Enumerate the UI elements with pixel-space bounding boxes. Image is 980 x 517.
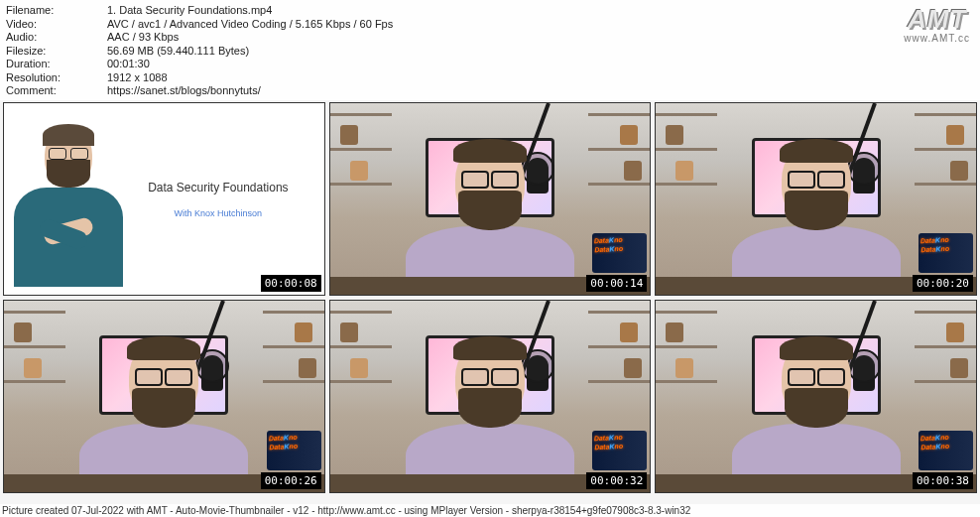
slide-subtitle: With Knox Hutchinson [175,208,263,218]
meta-value: 1. Data Security Foundations.mp4 [107,4,974,18]
thumbnail: Data Security Foundations With Knox Hutc… [3,102,325,296]
meta-comment: Comment: https://sanet.st/blogs/bonnytut… [6,84,974,98]
meta-label: Comment: [6,84,107,98]
person-figure [401,141,579,296]
meta-audio: Audio: AAC / 93 Kbps [6,31,974,45]
meta-value: AAC / 93 Kbps [107,31,974,45]
thumbnail-scene: DataKnoDataKno [330,103,651,295]
person-figure [727,141,906,296]
thumbnail: DataKnoDataKno 00:00:14 [329,102,652,296]
meta-value: 00:01:30 [107,58,974,71]
slide-title: Data Security Foundations [148,181,288,194]
meta-label: Duration: [6,58,107,71]
timestamp-badge: 00:00:38 [913,472,973,489]
meta-video: Video: AVC / avc1 / Advanced Video Codin… [6,18,974,32]
thumbnail-scene: DataKnoDataKno [4,301,324,492]
metadata-header: Filename: 1. Data Security Foundations.m… [0,0,980,100]
thumbnail-scene: Data Security Foundations With Knox Hutc… [4,103,324,295]
logo-text: AMT [904,4,970,35]
meta-value: AVC / avc1 / Advanced Video Coding / 5.1… [107,18,974,32]
timestamp-badge: 00:00:14 [586,275,647,292]
meta-value: 1912 x 1088 [107,71,974,85]
meta-filesize: Filesize: 56.69 MB (59.440.111 Bytes) [6,45,974,59]
person-figure [401,338,579,493]
thumbnail-grid: Data Security Foundations With Knox Hutc… [0,100,980,495]
meta-label: Video: [6,18,107,32]
meta-label: Filename: [6,4,107,18]
meta-duration: Duration: 00:01:30 [6,58,974,71]
thumbnail: DataKnoDataKno 00:00:38 [655,300,977,493]
thumbnail: DataKnoDataKno 00:00:32 [329,300,652,493]
person-figure [727,338,906,493]
person-figure [9,126,128,295]
timestamp-badge: 00:00:20 [913,275,973,292]
footer-text: Picture created 07-Jul-2022 with AMT - A… [0,504,980,517]
thumbnail: DataKnoDataKno 00:00:26 [3,300,325,493]
meta-label: Resolution: [6,71,107,85]
meta-value: 56.69 MB (59.440.111 Bytes) [107,45,974,59]
meta-value: https://sanet.st/blogs/bonnytuts/ [107,84,974,98]
logo-url: www.AMT.cc [904,33,970,44]
thumbnail-scene: DataKnoDataKno [656,103,976,295]
timestamp-badge: 00:00:32 [586,472,647,489]
meta-label: Audio: [6,31,107,45]
thumbnail-scene: DataKnoDataKno [330,301,651,492]
thumbnail-scene: DataKnoDataKno [656,301,976,492]
meta-filename: Filename: 1. Data Security Foundations.m… [6,4,974,18]
meta-resolution: Resolution: 1912 x 1088 [6,71,974,85]
meta-label: Filesize: [6,45,107,59]
thumbnail: DataKnoDataKno 00:00:20 [655,102,977,296]
timestamp-badge: 00:00:26 [261,472,321,489]
timestamp-badge: 00:00:08 [261,275,321,292]
amt-logo: AMT www.AMT.cc [904,4,970,44]
person-figure [74,338,253,493]
